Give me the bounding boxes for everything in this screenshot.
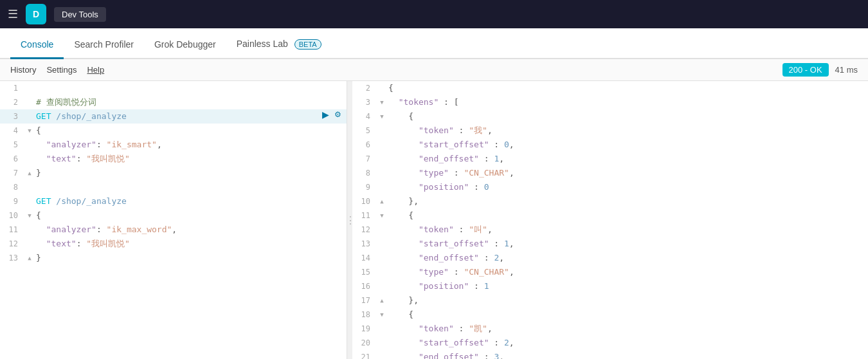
output-line-3: 3 ▼ "tokens" : [ — [352, 95, 868, 109]
output-line-13: 13 "start_offset" : 1, — [352, 237, 868, 251]
output-line-19: 19 "token" : "凯", — [352, 322, 868, 336]
help-button[interactable]: Help — [87, 64, 104, 76]
top-bar: ☰ D Dev Tools — [0, 0, 868, 28]
app-title-button[interactable]: Dev Tools — [54, 7, 106, 22]
run-button[interactable]: ▶ — [321, 109, 330, 120]
line-actions: ▶ ⚙ — [321, 109, 347, 120]
time-badge: 41 ms — [835, 65, 858, 75]
editor-line-2: 2 # 查阅凯悦分词 — [0, 95, 347, 109]
nav-tabs: Console Search Profiler Grok Debugger Pa… — [0, 28, 868, 59]
output-line-20: 20 "start_offset" : 2, — [352, 336, 868, 350]
main-content: 1 2 # 查阅凯悦分词 3 GET /shop/_analyze ▶ ⚙ 4 … — [0, 81, 868, 359]
drag-divider[interactable]: ⋮ — [347, 81, 352, 359]
toolbar-left: History Settings Help — [10, 64, 104, 76]
editor-line-10: 10 ▼ { — [0, 208, 347, 223]
output-line-8: 8 "type" : "CN_CHAR", — [352, 166, 868, 180]
output-line-21: 21 "end_offset" : 3, — [352, 350, 868, 359]
editor-line-4: 4 ▼ { — [0, 124, 347, 138]
output-line-11: 11 ▼ { — [352, 208, 868, 223]
settings-button[interactable]: Settings — [46, 64, 77, 76]
editor-line-7: 7 ▲ } — [0, 166, 347, 180]
output-line-6: 6 "start_offset" : 0, — [352, 138, 868, 152]
status-badge: 200 - OK — [782, 63, 829, 77]
output-panel: 2 { 3 ▼ "tokens" : [ 4 ▼ { 5 "token" : "… — [352, 81, 868, 359]
editor-line-9: 9 GET /shop/_analyze — [0, 194, 347, 208]
beta-badge: BETA — [294, 39, 321, 50]
editor-line-5: 5 "analyzer": "ik_smart", — [0, 138, 347, 152]
toolbar: History Settings Help 200 - OK 41 ms — [0, 59, 868, 81]
history-button[interactable]: History — [10, 64, 36, 76]
output-line-10: 10 ▲ }, — [352, 194, 868, 208]
editor-panel[interactable]: 1 2 # 查阅凯悦分词 3 GET /shop/_analyze ▶ ⚙ 4 … — [0, 81, 347, 359]
output-line-4: 4 ▼ { — [352, 109, 868, 124]
editor-line-11: 11 "analyzer": "ik_max_word", — [0, 223, 347, 237]
output-line-7: 7 "end_offset" : 1, — [352, 152, 868, 166]
editor-line-1: 1 — [0, 81, 347, 95]
output-line-12: 12 "token" : "叫", — [352, 223, 868, 237]
tab-search-profiler[interactable]: Search Profiler — [64, 32, 144, 59]
tab-grok-debugger[interactable]: Grok Debugger — [144, 32, 226, 59]
editor-line-6: 6 "text": "我叫凯悦" — [0, 152, 347, 166]
output-line-9: 9 "position" : 0 — [352, 180, 868, 194]
output-line-14: 14 "end_offset" : 2, — [352, 251, 868, 265]
output-line-18: 18 ▼ { — [352, 308, 868, 322]
hamburger-icon[interactable]: ☰ — [8, 7, 18, 21]
tab-painless-lab[interactable]: Painless Lab BETA — [226, 31, 332, 59]
editor-line-3: 3 GET /shop/_analyze ▶ ⚙ — [0, 109, 347, 124]
output-line-17: 17 ▲ }, — [352, 293, 868, 308]
output-line-5: 5 "token" : "我", — [352, 124, 868, 138]
copy-button[interactable]: ⚙ — [333, 110, 343, 119]
tab-console[interactable]: Console — [10, 32, 64, 59]
app-avatar: D — [26, 4, 46, 24]
editor-line-12: 12 "text": "我叫凯悦" — [0, 237, 347, 251]
editor-line-13: 13 ▲ } — [0, 251, 347, 265]
output-line-2: 2 { — [352, 81, 868, 95]
editor-line-8: 8 — [0, 180, 347, 194]
output-line-16: 16 "position" : 1 — [352, 279, 868, 293]
output-line-15: 15 "type" : "CN_CHAR", — [352, 265, 868, 279]
